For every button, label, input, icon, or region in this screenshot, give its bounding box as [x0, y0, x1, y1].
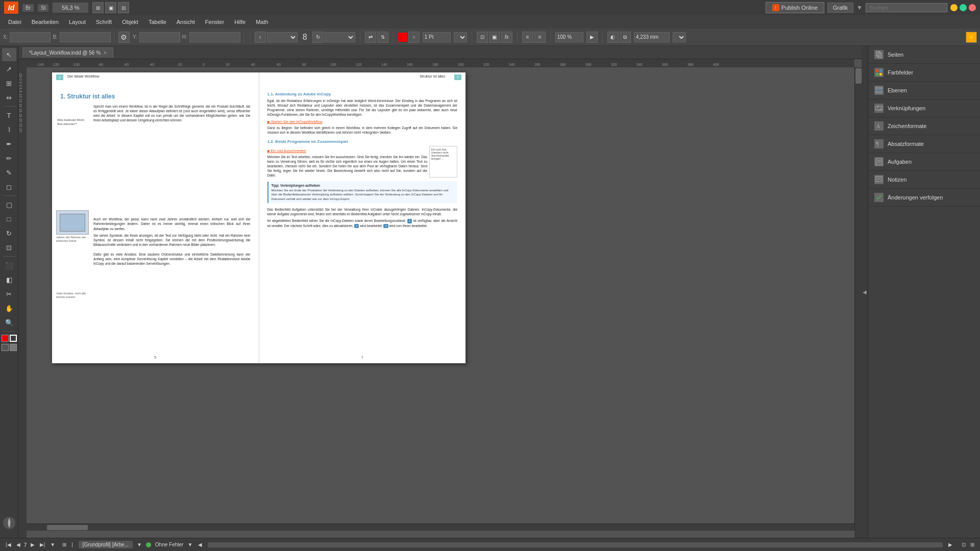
menu-math[interactable]: Math [252, 17, 272, 27]
first-page-btn[interactable]: |◀ [4, 542, 13, 547]
type-tool[interactable]: T [2, 109, 16, 122]
fit-frame-btn[interactable]: ⊡ [477, 32, 488, 43]
b-input[interactable] [60, 32, 111, 42]
search-input[interactable] [866, 3, 947, 12]
pt-dropdown[interactable] [454, 32, 467, 42]
hscrollbar[interactable] [27, 523, 854, 531]
normal-mode-btn[interactable]: ⊡ [960, 542, 967, 547]
arrange-btn[interactable]: ⊟ [118, 2, 129, 13]
panel-farbfelder[interactable]: Farbfelder [868, 64, 980, 82]
menu-ansicht[interactable]: Ansicht [173, 17, 199, 27]
menu-datei[interactable]: Datei [4, 17, 26, 27]
gap-tool[interactable]: ⇔ [2, 91, 16, 104]
last-page-btn[interactable]: ▶| [38, 542, 47, 547]
rotate-tool[interactable]: ↻ [2, 227, 16, 240]
split-view-btn[interactable]: | [70, 542, 75, 547]
menu-objekt[interactable]: Objekt [118, 17, 142, 27]
fill-color[interactable] [2, 335, 9, 342]
pct-input[interactable] [555, 32, 583, 42]
rotate-dropdown[interactable] [325, 32, 355, 42]
grafik-button[interactable]: Grafik [827, 3, 853, 13]
maximize-button[interactable] [960, 4, 967, 11]
doc-tab[interactable]: *Layout_Workflow.indd @ 56 % × [22, 47, 113, 58]
stroke-color-swatch[interactable] [10, 335, 17, 342]
hscroll-thumb[interactable] [47, 525, 88, 530]
page-menu-btn[interactable]: ▼ [48, 542, 57, 547]
selection-tool[interactable]: ↖ [2, 48, 16, 61]
zoom-tool[interactable]: 🔍 [2, 316, 16, 329]
vscroll-thumb[interactable] [855, 68, 862, 84]
type-path-tool[interactable]: ⌇ [2, 123, 16, 136]
h-scroll-track[interactable] [208, 542, 943, 547]
publish-online-button[interactable]: ↑ Publish Online [766, 2, 824, 13]
error-arrow[interactable]: ▼ [187, 542, 192, 547]
menu-layout[interactable]: Layout [65, 17, 90, 27]
screen-mode-btn[interactable]: ▣ [105, 2, 116, 13]
color-mode-btn[interactable]: ◐ [607, 32, 619, 43]
panel-verknuepfungen[interactable]: Verknüpfungen [868, 99, 980, 117]
link-2[interactable]: ▶ Ein und Ausschneiden [267, 149, 428, 153]
gradient-feather-tool[interactable]: ◧ [2, 273, 16, 286]
view-mode-btn[interactable]: ⊞ [92, 2, 104, 13]
spread-view-btn[interactable]: ⊞ [61, 542, 68, 547]
menu-bearbeiten[interactable]: Bearbeiten [28, 17, 63, 27]
stock-button[interactable]: St [38, 4, 48, 12]
x-input[interactable] [10, 32, 51, 42]
menu-fenster[interactable]: Fenster [201, 17, 228, 27]
flip-v-btn[interactable]: ⇅ [377, 32, 388, 43]
lightning-btn[interactable]: ⚡ [966, 32, 977, 43]
mm-dropdown[interactable] [673, 32, 686, 42]
gradient-tool[interactable]: ⬛ [2, 259, 16, 272]
panel-collapse[interactable]: ◀ [862, 46, 868, 538]
hand-tool[interactable]: ✋ [2, 302, 16, 315]
page-tool[interactable]: ⊞ [2, 77, 16, 90]
panel-ebenen[interactable]: Ebenen [868, 82, 980, 99]
pct-up-btn[interactable]: ▶ [586, 32, 598, 43]
panel-aenderungen[interactable]: Änderungen verfolgen [868, 189, 980, 207]
menu-schrift[interactable]: Schrift [92, 17, 116, 27]
menu-hilfe[interactable]: Hilfe [230, 17, 250, 27]
pen-tool[interactable]: ✒ [2, 137, 16, 151]
close-button[interactable] [969, 4, 976, 11]
stroke-color[interactable] [398, 33, 407, 42]
pt-input[interactable] [423, 32, 451, 42]
panel-seiten[interactable]: Seiten [868, 46, 980, 64]
eraser-tool[interactable]: ◻ [2, 180, 16, 193]
minimize-button[interactable] [950, 4, 958, 11]
constrain-btn[interactable]: ⚙ [118, 32, 130, 43]
prev-page-btn[interactable]: ◀ [15, 542, 22, 547]
flip-h-btn[interactable]: ⇄ [365, 32, 376, 43]
preview-view[interactable] [10, 344, 17, 351]
panel-notizen[interactable]: Notizen [868, 171, 980, 189]
rectangle-tool[interactable]: □ [2, 212, 16, 226]
mm-input[interactable] [634, 32, 670, 42]
profile-display[interactable]: [Grundprofil] [Arbe... [79, 541, 133, 548]
rotate-btn[interactable]: ↻ [312, 32, 324, 43]
bleed-mode-btn[interactable]: ⊞ [969, 542, 976, 547]
pencil-tool[interactable]: ✎ [2, 166, 16, 179]
menu-tabelle[interactable]: Tabelle [144, 17, 170, 27]
zoom-input[interactable] [53, 3, 88, 13]
panel-zeichenformate[interactable]: A Zeichenformate [868, 117, 980, 135]
stroke-icon[interactable]: ○ [408, 32, 420, 43]
tab-close[interactable]: × [104, 50, 107, 56]
align-left-btn[interactable]: ≡ [522, 32, 533, 43]
add-anchor-tool[interactable]: ✏ [2, 152, 16, 165]
panel-aufgaben[interactable]: Aufgaben [868, 153, 980, 171]
direct-selection-tool[interactable]: ↗ [2, 62, 16, 76]
preview-btn[interactable]: ⧉ [620, 32, 631, 43]
link-1[interactable]: ▶ Starten Sie den InCopyWorkflow [267, 120, 458, 124]
transform-btn[interactable]: ↕ [255, 32, 266, 43]
profile-arrow[interactable]: ▼ [137, 542, 142, 547]
transform-dropdown[interactable] [267, 32, 298, 42]
align-right-btn[interactable]: ≡ [534, 32, 546, 43]
y-input[interactable] [139, 32, 180, 42]
frame-tool[interactable]: ▢ [2, 198, 16, 211]
doc-spread[interactable]: 1 Der ideale Workflow 1. Struktur ist al… [52, 72, 465, 363]
scroll-right-btn[interactable]: ▶ [947, 542, 954, 547]
next-page-btn[interactable]: ▶ [29, 542, 36, 547]
bridge-button[interactable]: Br [22, 4, 34, 12]
normal-view[interactable] [2, 344, 9, 351]
fill-frame-btn[interactable]: ▣ [489, 32, 500, 43]
scale-tool[interactable]: ⊡ [2, 241, 16, 254]
